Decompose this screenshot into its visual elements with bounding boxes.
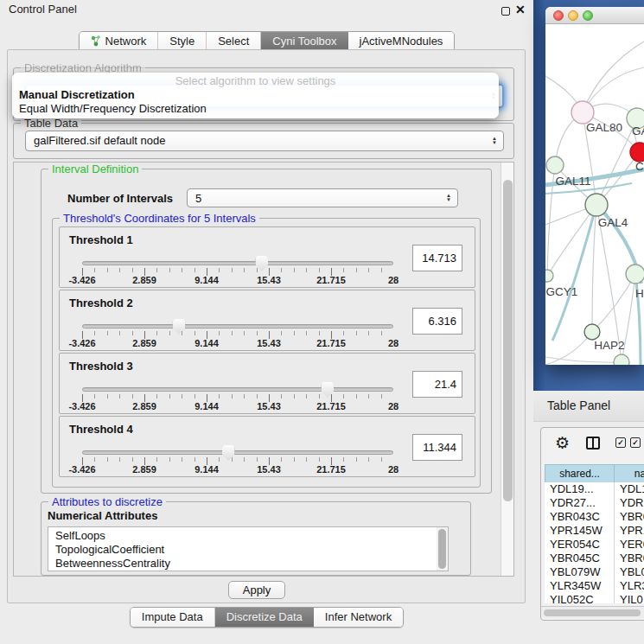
network-node[interactable] (630, 143, 644, 162)
attribute-list-item[interactable]: BetweennessCentrality (55, 557, 448, 571)
minimize-traffic-light-icon[interactable] (568, 10, 578, 21)
network-node-label: C (635, 160, 644, 173)
combo-arrows-icon: ▲▼ (492, 137, 497, 145)
network-node[interactable] (545, 270, 553, 282)
network-node[interactable] (585, 194, 608, 216)
threshold-slider-track[interactable] (82, 324, 393, 328)
close-icon[interactable]: ✕ (515, 3, 526, 16)
table-data-group: Table Data galFiltered.sif default node … (13, 123, 514, 159)
tab-cyni-toolbox[interactable]: Cyni Toolbox (261, 32, 348, 51)
threshold-label: Threshold 3 (69, 360, 133, 373)
tick-label: 2.859 (132, 338, 156, 348)
table-row[interactable]: YDL19...YDL1 (545, 482, 644, 496)
checkbox-icon[interactable]: ✓ (615, 437, 626, 448)
network-node[interactable] (584, 324, 600, 340)
tick-label: 21.715 (316, 464, 346, 475)
tick-label: 15.43 (257, 401, 281, 411)
tab-network[interactable]: Network (80, 32, 159, 51)
attributes-listbox[interactable]: SelfLoopsTopologicalCoefficientBetweenne… (48, 526, 449, 571)
table-cell: YLR3 (615, 579, 644, 593)
bottom-tab-bar: Impute DataDiscretize DataInfer Network (0, 607, 533, 628)
dropdown-option-equal-width[interactable]: Equal Width/Frequency Discretization (12, 102, 499, 116)
table-row[interactable]: YBL079WYBL0 (545, 565, 644, 579)
tick-label: 21.715 (316, 338, 346, 348)
table-horizontal-scrollbar[interactable] (541, 606, 644, 618)
tick-label: 28 (388, 338, 399, 348)
network-window: GAL80GACGAL11GAL4HGCY1HAP2 (545, 7, 644, 365)
settings-scrollbar[interactable] (501, 163, 513, 576)
table-row[interactable]: YDR27...YDR2 (545, 496, 644, 510)
tab-label: Select (218, 35, 249, 48)
close-traffic-light-icon[interactable] (553, 10, 564, 21)
tab-style[interactable]: Style (158, 32, 207, 51)
right-side: GAL80GACGAL11GAL4HGCY1HAP2 Table Panel ⚙… (533, 0, 644, 644)
tab-impute-data[interactable]: Impute Data (131, 608, 215, 627)
table-cell: YBR0 (615, 510, 644, 524)
tick-label: 15.43 (257, 338, 281, 348)
table-cell: YBR0 (615, 552, 644, 565)
attribute-list-item[interactable]: SelfLoops (55, 529, 448, 543)
settings-viewport: Interval Definition Number of Intervals … (13, 162, 514, 577)
tick-label: -3.426 (68, 401, 95, 411)
threshold-value-field[interactable]: 21.4 (412, 371, 462, 398)
attributes-list-scrollbar[interactable] (437, 527, 448, 571)
control-panel-titlebar: Control Panel ✕ (0, 0, 533, 19)
attribute-list-item[interactable]: TopologicalCoefficient (55, 543, 448, 557)
tab-jactivemnodules[interactable]: jActiveMNodules (348, 32, 455, 51)
tick-label: 2.859 (132, 401, 156, 411)
network-canvas[interactable]: GAL80GACGAL11GAL4HGCY1HAP2 (545, 24, 644, 365)
threshold-value-field[interactable]: 14.713 (412, 245, 462, 271)
tick-label: 21.715 (316, 401, 346, 411)
table-row[interactable]: YIL052CYIL0 (545, 593, 644, 603)
zoom-traffic-light-icon[interactable] (583, 10, 593, 21)
network-node-label: GAL4 (598, 216, 628, 229)
network-node[interactable] (546, 156, 564, 174)
combo-arrows-icon: ▲▼ (446, 194, 451, 202)
table-cell: YDL19... (545, 482, 615, 496)
table-cell: YIL0 (615, 593, 644, 603)
tab-discretize-data[interactable]: Discretize Data (215, 608, 314, 627)
table-row[interactable]: YLR345WYLR3 (545, 579, 644, 593)
table-cell: YER0 (615, 538, 644, 552)
column-header-name[interactable]: na (615, 464, 644, 483)
gear-icon[interactable]: ⚙ (555, 433, 570, 453)
table-row[interactable]: YBR045CYBR0 (545, 552, 644, 565)
checkbox-icon[interactable]: ✓ (630, 437, 641, 448)
table-data-value: galFiltered.sif default node (34, 134, 165, 147)
tick-label: 28 (388, 401, 399, 411)
float-window-icon[interactable] (501, 7, 510, 16)
table-panel-body: ⚙ ✓ ✓ shared... na YDL19...YDL1YDR27...Y… (533, 422, 644, 644)
network-node[interactable] (626, 265, 644, 284)
table-row[interactable]: YBR043CYBR0 (545, 510, 644, 524)
table-row[interactable]: YER054CYER0 (545, 538, 644, 552)
number-of-intervals-combobox[interactable]: 5 ▲▼ (187, 188, 458, 207)
table-panel-titlebar: Table Panel (533, 391, 644, 422)
scrollbar-thumb[interactable] (503, 180, 513, 501)
table-cell: YDR2 (615, 496, 644, 510)
threshold-slider-track[interactable] (82, 261, 393, 265)
threshold-value-field[interactable]: 6.316 (412, 308, 462, 335)
table-cell: YER054C (545, 538, 615, 552)
column-layout-icon[interactable] (586, 437, 600, 450)
network-node[interactable] (614, 354, 629, 365)
tab-label: Infer Network (325, 610, 392, 623)
desktop-background: GAL80GACGAL11GAL4HGCY1HAP2 (533, 0, 644, 391)
threshold-value-field[interactable]: 11.344 (412, 434, 462, 461)
tick-label: 9.144 (194, 464, 219, 475)
threshold-slider-track[interactable] (82, 450, 393, 455)
tab-select[interactable]: Select (207, 32, 261, 51)
threshold-slider-track[interactable] (82, 387, 393, 392)
threshold-panel-3: Threshold 3-3.4262.8599.14415.4321.71528… (59, 353, 475, 414)
dropdown-option-manual[interactable]: Manual Discretization (12, 88, 499, 102)
interval-definition-group: Interval Definition Number of Intervals … (41, 169, 492, 494)
table-data-combobox[interactable]: galFiltered.sif default node ▲▼ (25, 131, 504, 151)
scrollbar-thumb[interactable] (438, 529, 446, 569)
apply-button[interactable]: Apply (228, 581, 285, 599)
network-node-label: GAL80 (586, 121, 622, 134)
table-row[interactable]: YPR145WYPR1 (545, 524, 644, 538)
tab-infer-network[interactable]: Infer Network (314, 608, 403, 627)
network-node-label: H (635, 287, 644, 300)
column-header-shared-name[interactable]: shared... (545, 464, 615, 483)
network-node-label: GAL11 (555, 175, 590, 188)
scrollbar-thumb[interactable] (544, 609, 641, 616)
